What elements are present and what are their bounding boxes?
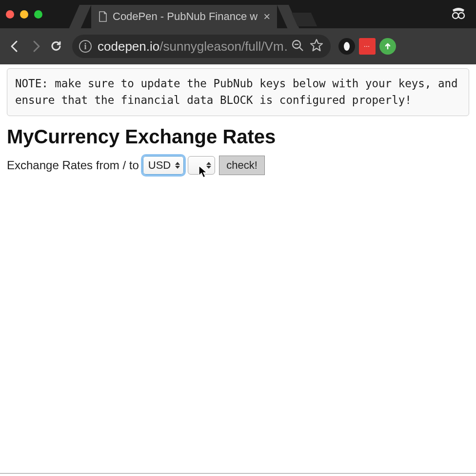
window-controls	[6, 10, 42, 19]
svg-point-6	[344, 42, 350, 51]
form-label: Exchange Rates from / to	[7, 159, 139, 172]
select-caret-icon	[206, 162, 211, 169]
bookmark-star-icon[interactable]	[309, 38, 324, 55]
browser-tab[interactable]: CodePen - PubNub Finance w ×	[91, 5, 277, 28]
extension-opera-icon[interactable]	[338, 38, 355, 55]
close-window-button[interactable]	[6, 10, 14, 19]
tab-title: CodePen - PubNub Finance w	[113, 10, 258, 23]
check-button[interactable]: check!	[219, 156, 265, 175]
macos-titlebar: CodePen - PubNub Finance w ×	[0, 0, 476, 28]
incognito-icon	[450, 4, 467, 23]
back-button[interactable]	[7, 38, 23, 55]
extension-lastpass-icon[interactable]: •••	[359, 38, 376, 55]
url-text: codepen.io/sunnygleason/full/Vm…	[98, 39, 287, 54]
url-host: codepen.io	[98, 39, 159, 54]
close-tab-icon[interactable]: ×	[263, 11, 270, 22]
svg-line-5	[299, 47, 303, 51]
maximize-window-button[interactable]	[34, 10, 42, 19]
from-currency-value: USD	[148, 159, 171, 172]
page-icon	[98, 11, 108, 22]
minimize-window-button[interactable]	[20, 10, 28, 19]
reload-button[interactable]	[48, 38, 64, 55]
address-bar[interactable]: i codepen.io/sunnygleason/full/Vm…	[72, 35, 331, 58]
bottom-divider	[0, 473, 476, 474]
exchange-form: Exchange Rates from / to USD check!	[7, 156, 469, 175]
url-path: /sunnygleason/full/Vm…	[159, 39, 287, 54]
page-heading: MyCurrency Exchange Rates	[7, 126, 469, 148]
page-content: NOTE: make sure to update the PubNub key…	[0, 68, 476, 175]
site-info-icon[interactable]: i	[79, 40, 92, 53]
svg-point-0	[453, 13, 458, 19]
svg-point-1	[458, 13, 464, 19]
zoom-icon[interactable]	[291, 39, 304, 54]
select-caret-icon	[175, 162, 180, 169]
to-currency-select[interactable]	[188, 156, 215, 175]
note-box: NOTE: make sure to update the PubNub key…	[7, 68, 469, 116]
from-currency-select[interactable]: USD	[143, 156, 184, 175]
browser-toolbar: i codepen.io/sunnygleason/full/Vm… •••	[0, 28, 476, 64]
extension-upload-icon[interactable]	[379, 38, 396, 55]
forward-button[interactable]	[27, 38, 44, 55]
